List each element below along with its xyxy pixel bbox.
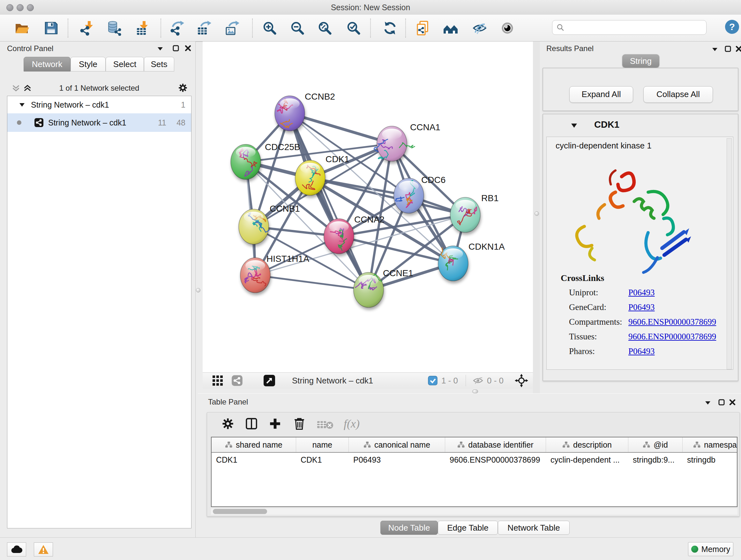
- search-field[interactable]: [552, 20, 706, 35]
- open-session-icon[interactable]: [14, 20, 29, 36]
- crosslink-link[interactable]: P06493: [628, 302, 655, 312]
- gene-collapse-icon[interactable]: [570, 123, 578, 128]
- crosslink-link[interactable]: 9606.ENSP00000378699: [628, 332, 716, 341]
- table-hscrollbar-thumb[interactable]: [213, 509, 267, 514]
- status-bar: Memory: [0, 537, 741, 560]
- node-RB1[interactable]: RB1: [450, 193, 498, 233]
- column-header-canonical-name[interactable]: canonical name: [349, 437, 445, 452]
- node-CCNA1[interactable]: CCNA1: [374, 122, 440, 161]
- control-panel-float-icon[interactable]: [172, 45, 179, 52]
- network-collection-row[interactable]: String Network – cdk1 1: [7, 96, 191, 113]
- results-panel-close-icon[interactable]: [735, 45, 741, 52]
- crosslink-link[interactable]: 9606.ENSP00000378699: [628, 317, 716, 327]
- collection-expand-icon[interactable]: [19, 102, 25, 107]
- birdseye-icon[interactable]: [515, 374, 529, 388]
- collapse-all-button[interactable]: Collapse All: [643, 86, 713, 103]
- protein-structure-image: [553, 155, 693, 276]
- zoom-selected-icon[interactable]: [346, 20, 361, 36]
- table-cell: cyclin-dependent ...: [546, 453, 628, 468]
- edge-CCNB2-CCNA1[interactable]: [290, 113, 392, 144]
- grid-view-icon[interactable]: [212, 375, 223, 386]
- cloud-button[interactable]: [7, 543, 26, 557]
- hide-selected-icon[interactable]: [472, 20, 487, 36]
- node-HIST1H1A[interactable]: HIST1H1A: [240, 254, 309, 293]
- tab-network[interactable]: Network: [23, 57, 71, 71]
- node-CCNE1[interactable]: CCNE1: [354, 268, 413, 307]
- save-session-icon[interactable]: [44, 20, 59, 36]
- node-label-CCNB2: CCNB2: [305, 91, 335, 102]
- import-table-icon[interactable]: [135, 20, 150, 36]
- crosslink-link[interactable]: P06493: [628, 347, 655, 356]
- zoom-in-icon[interactable]: [262, 20, 277, 36]
- splitter-handle-right[interactable]: [535, 211, 539, 216]
- results-panel-menu-icon[interactable]: [711, 46, 719, 52]
- table-panel-close-icon[interactable]: [729, 399, 736, 406]
- crosslinks-title: CrossLinks: [561, 273, 733, 283]
- column-header-database-identifier[interactable]: database identifier: [445, 437, 546, 452]
- node-CCNB1[interactable]: CCNB1: [239, 204, 300, 244]
- help-icon[interactable]: ?: [724, 19, 740, 35]
- tab-edge-table[interactable]: Edge Table: [438, 521, 498, 535]
- crosslink-row: Pharos:P06493: [547, 344, 733, 359]
- export-image-icon[interactable]: [225, 20, 240, 36]
- delete-column-icon[interactable]: [293, 416, 306, 430]
- duplicate-network-icon[interactable]: [415, 20, 430, 36]
- tab-string[interactable]: String: [622, 54, 659, 68]
- memory-button[interactable]: Memory: [688, 542, 733, 556]
- table-settings-gear-icon[interactable]: [221, 417, 234, 430]
- add-column-icon[interactable]: [268, 417, 282, 430]
- edge-CCNA2-CDKN1A[interactable]: [339, 236, 453, 263]
- export-network-icon[interactable]: [170, 20, 185, 36]
- selected-checkbox-icon[interactable]: [428, 376, 437, 385]
- gene-description: cyclin-dependent kinase 1: [556, 141, 652, 151]
- network-row[interactable]: String Network – cdk1 11 48: [7, 113, 191, 132]
- detach-view-icon[interactable]: [263, 374, 275, 387]
- split-table-icon[interactable]: [245, 417, 258, 430]
- column-header--id[interactable]: @id: [628, 437, 683, 452]
- function-builder-icon[interactable]: f(x): [344, 417, 360, 430]
- results-panel-float-icon[interactable]: [724, 45, 731, 52]
- network-canvas[interactable]: CCNB2CCNA1CDC25BCDK1CDC6RB1CCNB1CCNA2CDK…: [203, 42, 533, 372]
- zoom-out-icon[interactable]: [290, 20, 305, 36]
- network-type-icon: [34, 118, 44, 127]
- splitter-handle-bottom[interactable]: [472, 389, 478, 393]
- node-table[interactable]: shared namenamecanonical namedatabase id…: [211, 437, 738, 507]
- tab-sets[interactable]: Sets: [144, 57, 174, 71]
- table-hscrollbar[interactable]: [211, 508, 738, 515]
- tab-network-table[interactable]: Network Table: [498, 521, 569, 535]
- tab-select[interactable]: Select: [106, 57, 144, 71]
- import-database-icon[interactable]: [106, 20, 121, 36]
- warnings-button[interactable]: [34, 543, 53, 557]
- column-header-name[interactable]: name: [296, 437, 349, 452]
- show-hidden-icon[interactable]: [500, 20, 515, 36]
- export-table-icon[interactable]: [197, 20, 212, 36]
- network-share-icon[interactable]: [231, 375, 243, 386]
- tab-style[interactable]: Style: [71, 57, 106, 71]
- network-options-gear-icon[interactable]: [178, 82, 188, 93]
- toolbar-divider: [252, 18, 253, 38]
- splitter-right[interactable]: [533, 42, 540, 393]
- table-panel-menu-icon[interactable]: [704, 399, 712, 406]
- warning-icon: [38, 545, 49, 554]
- refresh-layout-icon[interactable]: [382, 20, 398, 36]
- edge-HIST1H1A-CCNE1[interactable]: [255, 275, 368, 290]
- tab-node-table[interactable]: Node Table: [381, 521, 438, 535]
- node-CDKN1A[interactable]: CDKN1A: [438, 242, 505, 281]
- control-panel-menu-icon[interactable]: [156, 45, 164, 52]
- expand-all-button[interactable]: Expand All: [569, 86, 633, 103]
- column-header-namespace[interactable]: namespace: [683, 437, 738, 452]
- column-header-description[interactable]: description: [546, 437, 628, 452]
- crosslink-link[interactable]: P06493: [628, 288, 655, 298]
- zoom-fit-icon[interactable]: [317, 20, 333, 36]
- column-header-shared-name[interactable]: shared name: [212, 437, 296, 452]
- table-row[interactable]: CDK1CDK1P064939606.ENSP00000378699cyclin…: [212, 453, 737, 468]
- first-neighbors-icon[interactable]: [443, 20, 458, 36]
- control-panel-close-icon[interactable]: [185, 45, 192, 52]
- hidden-eye-icon[interactable]: [472, 375, 484, 386]
- splitter-handle-left[interactable]: [196, 288, 200, 293]
- table-panel-float-icon[interactable]: [718, 399, 725, 406]
- node-label-CCNA1: CCNA1: [410, 122, 441, 132]
- search-input[interactable]: [564, 23, 693, 32]
- import-network-icon[interactable]: [79, 20, 94, 36]
- delete-table-icon[interactable]: [317, 420, 333, 430]
